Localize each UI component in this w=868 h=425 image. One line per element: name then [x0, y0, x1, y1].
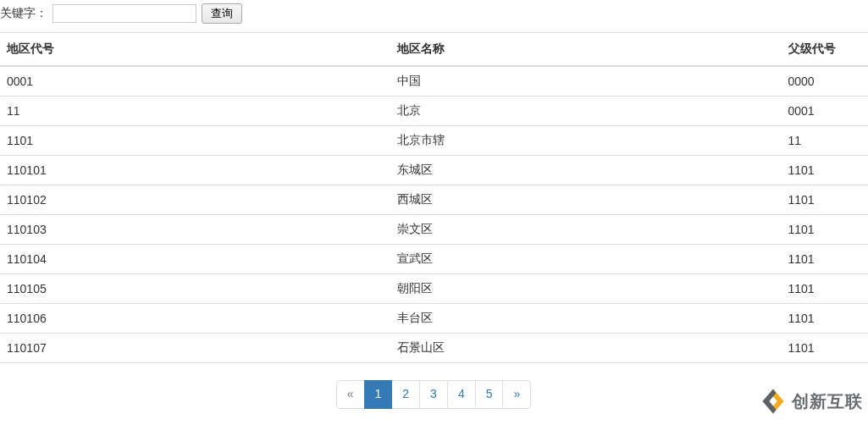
cell-name: 丰台区	[390, 304, 781, 334]
page-2[interactable]: 2	[391, 380, 420, 409]
page-4[interactable]: 4	[447, 380, 476, 409]
cell-parent: 11	[782, 126, 869, 156]
cell-name: 北京市辖	[390, 126, 781, 156]
cell-name: 中国	[390, 66, 781, 97]
table-row: 110103崇文区1101	[0, 215, 868, 245]
table-row: 110106丰台区1101	[0, 304, 868, 334]
cell-code: 110105	[0, 274, 390, 304]
logo-icon	[758, 386, 788, 417]
cell-parent: 1101	[782, 245, 869, 274]
cell-code: 110107	[0, 334, 390, 363]
keyword-input[interactable]	[53, 4, 196, 23]
cell-code: 1101	[0, 126, 390, 156]
cell-name: 石景山区	[390, 334, 781, 363]
table-row: 110104宣武区1101	[0, 245, 868, 274]
page-prev[interactable]: «	[336, 380, 365, 409]
cell-code: 11	[0, 97, 390, 126]
cell-parent: 1101	[782, 334, 869, 363]
cell-code: 110102	[0, 185, 390, 215]
table-row: 11北京0001	[0, 97, 868, 126]
cell-parent: 1101	[782, 215, 869, 245]
cell-code: 110104	[0, 245, 390, 274]
table-row: 0001中国0000	[0, 66, 868, 97]
cell-name: 宣武区	[390, 245, 781, 274]
cell-parent: 1101	[782, 156, 869, 185]
table-row: 110107石景山区1101	[0, 334, 868, 363]
pagination: « 12345»	[0, 380, 868, 409]
cell-parent: 0001	[782, 97, 869, 126]
cell-parent: 1101	[782, 304, 869, 334]
page-1[interactable]: 1	[364, 380, 393, 409]
cell-code: 110103	[0, 215, 390, 245]
cell-parent: 1101	[782, 185, 869, 215]
header-parent: 父级代号	[782, 33, 869, 67]
cell-name: 崇文区	[390, 215, 781, 245]
page-5[interactable]: 5	[475, 380, 504, 409]
table-row: 110101东城区1101	[0, 156, 868, 185]
cell-code: 110106	[0, 304, 390, 334]
cell-name: 西城区	[390, 185, 781, 215]
watermark: 创新互联	[758, 386, 863, 417]
table-row: 110105朝阳区1101	[0, 274, 868, 304]
cell-parent: 1101	[782, 274, 869, 304]
cell-name: 朝阳区	[390, 274, 781, 304]
header-name: 地区名称	[390, 33, 781, 67]
page-next[interactable]: »	[502, 380, 531, 409]
cell-name: 北京	[390, 97, 781, 126]
cell-code: 0001	[0, 66, 390, 97]
region-table: 地区代号 地区名称 父级代号 0001中国000011北京00011101北京市…	[0, 32, 868, 363]
watermark-text: 创新互联	[792, 390, 863, 413]
search-bar: 关键字： 查询	[0, 0, 868, 32]
cell-parent: 0000	[782, 66, 869, 97]
table-row: 110102西城区1101	[0, 185, 868, 215]
search-label: 关键字：	[0, 6, 47, 21]
table-row: 1101北京市辖11	[0, 126, 868, 156]
header-code: 地区代号	[0, 33, 390, 67]
cell-name: 东城区	[390, 156, 781, 185]
cell-code: 110101	[0, 156, 390, 185]
query-button[interactable]: 查询	[202, 3, 242, 24]
page-3[interactable]: 3	[419, 380, 448, 409]
